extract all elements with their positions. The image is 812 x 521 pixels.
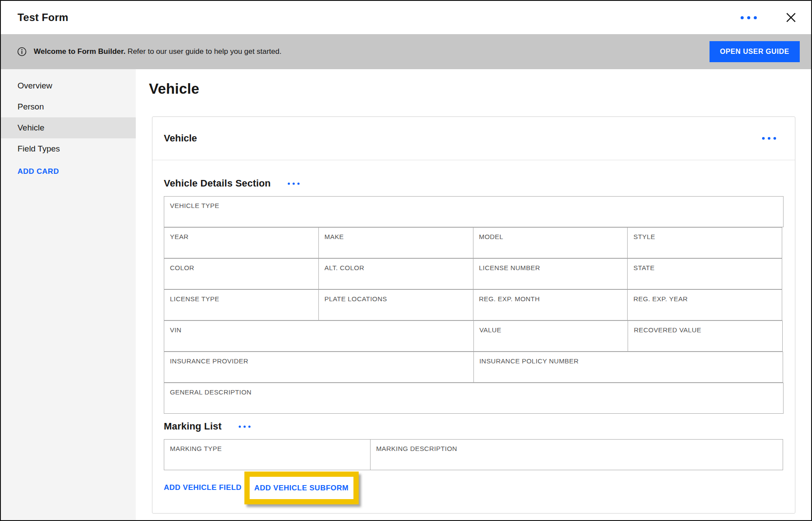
field-label: REG. EXP. YEAR <box>633 295 688 303</box>
field-cell[interactable]: STYLE <box>627 227 782 258</box>
vehicle-card: Vehicle Vehicle Details SectionVEHICLE T… <box>152 116 795 514</box>
field-cell[interactable]: REG. EXP. YEAR <box>627 289 782 320</box>
field-label: INSURANCE PROVIDER <box>170 357 248 365</box>
titlebar-actions <box>739 10 799 25</box>
field-cell[interactable]: LICENSE TYPE <box>164 289 319 320</box>
field-cell[interactable]: MAKE <box>318 227 473 258</box>
info-icon <box>17 46 27 57</box>
field-row: GENERAL DESCRIPTION <box>164 383 784 414</box>
card-header: Vehicle <box>152 117 795 160</box>
field-cell[interactable]: INSURANCE PROVIDER <box>164 352 474 383</box>
sidebar-items: OverviewPersonVehicleField Types <box>1 75 136 159</box>
banner-message-bold: Welcome to Form Builder. <box>34 47 125 56</box>
field-row: YEARMAKEMODELSTYLE <box>164 227 784 258</box>
field-label: ALT. COLOR <box>325 264 364 271</box>
field-label: MARKING DESCRIPTION <box>376 445 457 452</box>
field-label: MARKING TYPE <box>170 445 222 452</box>
field-label: YEAR <box>170 233 189 240</box>
form-section: Vehicle Details SectionVEHICLE TYPEYEARM… <box>164 178 784 414</box>
field-cell[interactable]: GENERAL DESCRIPTION <box>164 383 784 414</box>
section-title: Marking List <box>164 421 222 432</box>
field-label: RECOVERED VALUE <box>634 326 701 334</box>
card-sections: Vehicle Details SectionVEHICLE TYPEYEARM… <box>164 178 784 470</box>
field-row: VEHICLE TYPE <box>164 196 784 227</box>
field-cell[interactable]: STATE <box>627 258 782 289</box>
add-card-button[interactable]: ADD CARD <box>18 167 59 176</box>
field-row: MARKING TYPEMARKING DESCRIPTION <box>164 439 784 470</box>
card-title: Vehicle <box>164 133 197 144</box>
field-label: STYLE <box>633 233 655 240</box>
field-label: MODEL <box>479 233 504 240</box>
card-overflow-menu-icon[interactable] <box>760 137 777 140</box>
field-label: GENERAL DESCRIPTION <box>170 388 251 396</box>
field-row: COLORALT. COLORLICENSE NUMBERSTATE <box>164 258 784 289</box>
banner-message-rest: Refer to our user guide to help you get … <box>127 47 282 56</box>
window-title: Test Form <box>18 11 68 24</box>
sidebar-item-field-types[interactable]: Field Types <box>1 138 136 159</box>
field-row: LICENSE TYPEPLATE LOCATIONSREG. EXP. MON… <box>164 289 784 320</box>
field-label: INSURANCE POLICY NUMBER <box>480 357 579 365</box>
card-body: Vehicle Details SectionVEHICLE TYPEYEARM… <box>152 160 795 513</box>
banner-message: Welcome to Form Builder. Refer to our us… <box>34 47 282 56</box>
field-label: VIN <box>170 326 181 334</box>
field-label: VEHICLE TYPE <box>170 202 219 209</box>
field-cell[interactable]: INSURANCE POLICY NUMBER <box>473 352 784 383</box>
field-cell[interactable]: VIN <box>164 320 474 352</box>
field-label: PLATE LOCATIONS <box>325 295 387 303</box>
field-cell[interactable]: REG. EXP. MONTH <box>473 289 628 320</box>
sidebar: OverviewPersonVehicleField Types ADD CAR… <box>1 69 136 520</box>
field-cell[interactable]: VALUE <box>473 320 628 352</box>
page-title: Vehicle <box>149 81 795 97</box>
section-overflow-menu-icon[interactable] <box>286 183 301 185</box>
main-content: Vehicle Vehicle Vehicle Details SectionV… <box>136 69 811 520</box>
card-actions: ADD VEHICLE FIELD ADD VEHICLE SUBFORM <box>164 475 784 500</box>
add-vehicle-field-button[interactable]: ADD VEHICLE FIELD <box>164 483 242 492</box>
add-card-wrap: ADD CARD <box>1 159 136 176</box>
sidebar-item-vehicle[interactable]: Vehicle <box>1 117 136 138</box>
field-cell[interactable]: ALT. COLOR <box>318 258 473 289</box>
field-row: VINVALUERECOVERED VALUE <box>164 320 784 352</box>
field-label: REG. EXP. MONTH <box>479 295 540 303</box>
field-cell[interactable]: COLOR <box>164 258 319 289</box>
field-cell[interactable]: LICENSE NUMBER <box>473 258 628 289</box>
field-label: LICENSE NUMBER <box>479 264 540 271</box>
titlebar: Test Form <box>1 1 811 34</box>
overflow-menu-icon[interactable] <box>739 16 759 19</box>
section-head: Marking List <box>164 421 784 432</box>
field-cell[interactable]: VEHICLE TYPE <box>164 196 784 227</box>
field-cell[interactable]: PLATE LOCATIONS <box>318 289 473 320</box>
close-icon[interactable] <box>783 10 799 25</box>
field-label: LICENSE TYPE <box>170 295 219 303</box>
field-label: MAKE <box>325 233 344 240</box>
annotation-highlight-box: ADD VEHICLE SUBFORM <box>244 472 359 504</box>
field-cell[interactable]: MARKING TYPE <box>164 439 371 470</box>
field-cell[interactable]: RECOVERED VALUE <box>628 320 783 352</box>
field-label: COLOR <box>170 264 194 271</box>
field-cell[interactable]: YEAR <box>164 227 319 258</box>
section-head: Vehicle Details Section <box>164 178 784 189</box>
app-body: OverviewPersonVehicleField Types ADD CAR… <box>1 69 811 520</box>
sidebar-item-overview[interactable]: Overview <box>1 75 136 96</box>
field-cell[interactable]: MODEL <box>473 227 628 258</box>
notification-banner: Welcome to Form Builder. Refer to our us… <box>1 34 811 69</box>
field-label: VALUE <box>480 326 501 334</box>
open-user-guide-button[interactable]: OPEN USER GUIDE <box>710 41 800 62</box>
add-vehicle-subform-button[interactable]: ADD VEHICLE SUBFORM <box>254 484 349 492</box>
field-cell[interactable]: MARKING DESCRIPTION <box>370 439 783 470</box>
field-row: INSURANCE PROVIDERINSURANCE POLICY NUMBE… <box>164 352 784 383</box>
form-builder-window: Test Form Welcome to Form Builder. Refer… <box>0 0 812 521</box>
form-section: Marking ListMARKING TYPEMARKING DESCRIPT… <box>164 421 784 470</box>
section-title: Vehicle Details Section <box>164 178 271 189</box>
field-label: STATE <box>633 264 654 271</box>
section-overflow-menu-icon[interactable] <box>237 426 252 428</box>
sidebar-item-person[interactable]: Person <box>1 96 136 117</box>
